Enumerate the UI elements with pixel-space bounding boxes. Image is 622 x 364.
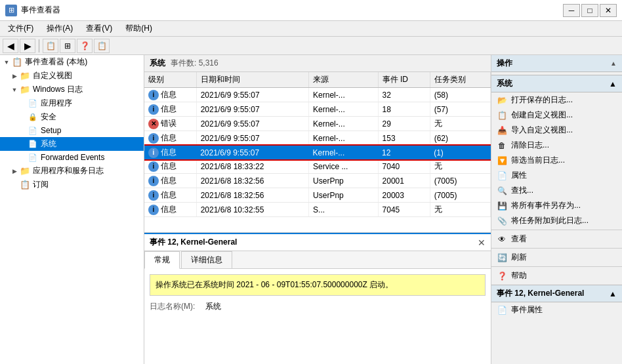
expand-windows-log[interactable]: ▼ <box>10 86 18 94</box>
col-datetime[interactable]: 日期和时间 <box>196 72 308 88</box>
cell-task: (7005) <box>430 174 490 188</box>
table-row[interactable]: i信息2021/6/9 9:55:07Kernel-...32(58) <box>144 88 491 102</box>
right-action-item[interactable]: 📎将任务附加到此日志... <box>491 213 622 228</box>
cell-eventid: 12 <box>378 146 430 160</box>
folder-icon-subscriptions: 📋 <box>20 180 30 190</box>
log-name: 系统 <box>150 58 165 69</box>
table-row[interactable]: ✕错误2021/6/9 9:55:07Kernel-...29无 <box>144 117 491 131</box>
cell-level: i信息 <box>144 102 196 117</box>
folder-icon-root: 📋 <box>12 57 22 68</box>
cell-task: 无 <box>430 203 490 217</box>
right-action-item[interactable]: ❓帮助 <box>491 268 622 283</box>
detail-label-logname: 日志名称(M): <box>150 301 195 312</box>
menu-action[interactable]: 操作(A) <box>41 22 78 35</box>
cell-task: 无 <box>430 159 490 174</box>
right-action-item[interactable]: 🔄刷新 <box>491 250 622 265</box>
cell-source: UserPnp <box>309 174 379 188</box>
close-button[interactable]: ✕ <box>600 4 617 17</box>
right-action-item[interactable]: 📄属性 <box>491 168 622 183</box>
back-button[interactable]: ◀ <box>3 39 18 53</box>
extra-button[interactable]: 📋 <box>94 39 110 53</box>
menu-file[interactable]: 文件(F) <box>3 22 39 35</box>
log-icon-security: 🔒 <box>28 112 38 123</box>
col-eventid[interactable]: 事件 ID <box>378 72 430 88</box>
table-row[interactable]: i信息2021/6/8 18:32:56UserPnp20001(7005) <box>144 174 491 188</box>
table-row[interactable]: i信息2021/6/9 9:55:07Kernel-...12(1) <box>144 146 491 160</box>
right-action-item[interactable]: 📂打开保存的日志... <box>491 92 622 108</box>
collapse-event-btn[interactable]: ▲ <box>609 289 617 298</box>
action-label: 筛选当前日志... <box>511 155 565 166</box>
table-row[interactable]: i信息2021/6/8 18:32:56UserPnp20003(7005) <box>144 188 491 203</box>
detail-close-button[interactable]: ✕ <box>478 237 486 248</box>
expand-app-services[interactable]: ▶ <box>10 167 18 175</box>
expand-root[interactable]: ▼ <box>3 58 10 66</box>
new-view-button[interactable]: 📋 <box>43 39 58 53</box>
cell-task: (1) <box>430 146 490 160</box>
table-row[interactable]: i信息2021/6/8 10:32:55S...7045无 <box>144 203 491 217</box>
table-row[interactable]: i信息2021/6/9 9:55:07Kernel-...153(62) <box>144 131 491 146</box>
table-row[interactable]: i信息2021/6/8 18:33:22Service ...7040无 <box>144 159 491 174</box>
cell-datetime: 2021/6/8 18:32:56 <box>196 174 308 188</box>
action-icon: 🔽 <box>497 155 507 166</box>
sidebar-item-forwarded[interactable]: ▶ 📄 Forwarded Events <box>0 151 144 164</box>
expand-custom[interactable]: ▶ <box>10 72 18 80</box>
right-action-item[interactable]: 🔽筛选当前日志... <box>491 153 622 168</box>
collapse-system-btn[interactable]: ▲ <box>609 79 617 89</box>
collapse-actions-btn[interactable]: ▲ <box>610 60 617 67</box>
events-table[interactable]: 级别 日期和时间 来源 事件 ID 任务类别 i信息2021/6/9 9:55:… <box>144 72 491 233</box>
forward-button[interactable]: ▶ <box>20 39 35 53</box>
cell-datetime: 2021/6/8 10:32:55 <box>196 203 308 217</box>
cell-eventid: 20001 <box>378 174 430 188</box>
sidebar-item-subscriptions[interactable]: ▶ 📋 订阅 <box>0 178 144 192</box>
sidebar-item-custom[interactable]: ▶ 📁 自定义视图 <box>0 69 144 83</box>
cell-eventid: 7040 <box>378 159 430 174</box>
cell-source: Kernel-... <box>309 102 379 117</box>
tab-general[interactable]: 常规 <box>144 251 180 269</box>
sidebar-item-security[interactable]: ▶ 🔒 安全 <box>0 110 144 124</box>
minimize-button[interactable]: ─ <box>563 4 580 17</box>
main-layout: ▼ 📋 事件查看器 (本地) ▶ 📁 自定义视图 ▼ 📁 Windows 日志 … <box>0 55 622 364</box>
maximize-button[interactable]: □ <box>581 4 598 17</box>
sidebar-item-app-services[interactable]: ▶ 📁 应用程序和服务日志 <box>0 164 144 178</box>
right-action-item[interactable]: 📥导入自定义视图... <box>491 123 622 138</box>
cell-task: 无 <box>430 117 490 131</box>
right-event-action-item[interactable]: 📄事件属性 <box>491 302 622 317</box>
center-panel: 系统 事件数: 5,316 级别 日期和时间 来源 事件 ID 任务类别 i信息… <box>144 55 491 364</box>
sidebar-item-application[interactable]: ▶ 📄 应用程序 <box>0 96 144 110</box>
log-icon-setup: 📄 <box>28 125 38 136</box>
action-label: 创建自定义视图... <box>511 110 573 121</box>
help-button[interactable]: ❓ <box>77 39 93 53</box>
titlebar: ⊞ 事件查看器 ─ □ ✕ <box>0 0 622 21</box>
table-row[interactable]: i信息2021/6/9 9:55:07Kernel-...18(57) <box>144 102 491 117</box>
cell-datetime: 2021/6/9 9:55:07 <box>196 131 308 146</box>
event-count: 事件数: 5,316 <box>171 58 218 69</box>
right-action-item[interactable]: 💾将所有事件另存为... <box>491 198 622 213</box>
right-action-item[interactable]: 🗑清除日志... <box>491 138 622 153</box>
cell-eventid: 29 <box>378 117 430 131</box>
menu-view[interactable]: 查看(V) <box>81 22 117 35</box>
folder-icon-custom: 📁 <box>20 71 30 81</box>
cell-eventid: 153 <box>378 131 430 146</box>
sidebar-label-app-services: 应用程序和服务日志 <box>33 165 104 176</box>
action-icon: 🗑 <box>497 140 507 151</box>
right-action-item[interactable]: 👁查看 <box>491 232 622 247</box>
sidebar-item-windows-log[interactable]: ▼ 📁 Windows 日志 <box>0 83 144 96</box>
col-level[interactable]: 级别 <box>144 72 196 88</box>
app-icon: ⊞ <box>5 5 17 16</box>
tab-details[interactable]: 详细信息 <box>181 251 232 268</box>
sidebar-item-setup[interactable]: ▶ 📄 Setup <box>0 124 144 137</box>
col-source[interactable]: 来源 <box>309 72 379 88</box>
cell-source: Kernel-... <box>309 88 379 102</box>
import-button[interactable]: ⊞ <box>60 39 75 53</box>
sidebar-item-root[interactable]: ▼ 📋 事件查看器 (本地) <box>0 55 144 69</box>
right-action-item[interactable]: 🔍查找... <box>491 183 622 198</box>
cell-task: (57) <box>430 102 490 117</box>
cell-source: S... <box>309 203 379 217</box>
col-task[interactable]: 任务类别 <box>430 72 490 88</box>
sidebar-item-system[interactable]: ▶ 📄 系统 <box>0 137 144 151</box>
sidebar-label-custom: 自定义视图 <box>33 70 72 81</box>
right-action-item[interactable]: 📋创建自定义视图... <box>491 108 622 123</box>
sidebar-label-root: 事件查看器 (本地) <box>25 56 87 68</box>
window-title: 事件查看器 <box>21 5 60 16</box>
menu-help[interactable]: 帮助(H) <box>120 22 157 35</box>
